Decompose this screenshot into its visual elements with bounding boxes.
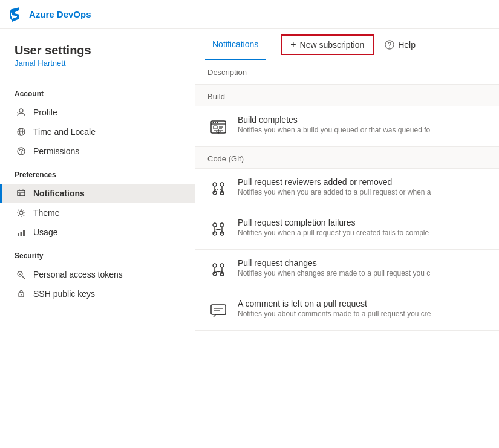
sidebar-item-theme-label: Theme <box>33 208 60 218</box>
tab-bar: Notifications + New subscription Help <box>195 29 499 60</box>
svg-rect-7 <box>18 190 25 196</box>
sidebar-item-ssh-label: SSH public keys <box>33 289 95 299</box>
svg-line-19 <box>24 215 25 216</box>
help-button[interactable]: Help <box>379 36 422 53</box>
sidebar-item-personal-access-tokens[interactable]: Personal access tokens <box>0 265 195 284</box>
build-icon <box>207 116 229 138</box>
svg-point-25 <box>18 271 22 276</box>
svg-point-30 <box>389 47 390 48</box>
help-icon <box>385 40 394 50</box>
notif-item-comment-text: A comment is left on a pull request Noti… <box>238 299 431 318</box>
notif-item-build-completes: Build completes Notifies you when a buil… <box>195 106 499 147</box>
svg-point-44 <box>213 223 217 227</box>
sidebar-item-permissions-label: Permissions <box>33 146 79 156</box>
table-header: Description <box>195 60 499 85</box>
sidebar-item-notifications[interactable]: Notifications <box>0 184 195 203</box>
sidebar-item-pat-label: Personal access tokens <box>33 270 123 279</box>
svg-rect-23 <box>21 232 22 236</box>
svg-line-21 <box>18 215 19 216</box>
sidebar-item-notifications-label: Notifications <box>33 189 85 198</box>
azure-devops-logo <box>10 7 24 22</box>
ssh-icon <box>16 289 27 299</box>
svg-point-49 <box>220 264 224 267</box>
sidebar-header-title: User settings <box>15 44 180 57</box>
svg-point-45 <box>220 223 224 227</box>
notif-item-pr-reviewers: Pull request reviewers added or removed … <box>195 169 499 209</box>
pr-reviewers-icon <box>207 178 229 200</box>
section-build: Build <box>195 85 499 106</box>
svg-point-39 <box>217 122 218 123</box>
notif-item-pr-completion-failures: Pull request completion failures Notifie… <box>195 209 499 250</box>
svg-rect-22 <box>18 233 19 236</box>
notif-item-pr-reviewers-text: Pull request reviewers added or removed … <box>238 177 431 196</box>
globe-icon <box>16 127 27 137</box>
notif-item-pr-failures-text: Pull request completion failures Notifie… <box>238 218 429 237</box>
svg-point-48 <box>213 264 217 267</box>
pr-completion-icon <box>207 219 229 241</box>
svg-point-28 <box>21 294 22 296</box>
sidebar-item-usage[interactable]: Usage <box>0 222 195 242</box>
token-icon <box>16 270 27 279</box>
notif-item-build-completes-text: Build completes Notifies you when a buil… <box>238 115 430 134</box>
notifications-icon <box>16 189 27 198</box>
sidebar-item-time-locale-label: Time and Locale <box>33 127 96 137</box>
notif-item-pr-changes-text: Pull request changes Notifies you when c… <box>238 258 430 278</box>
svg-point-26 <box>19 273 21 275</box>
svg-rect-24 <box>23 230 25 236</box>
sidebar-section-account: Account <box>0 80 195 103</box>
svg-line-20 <box>24 210 25 211</box>
svg-point-37 <box>213 122 214 123</box>
sidebar-item-profile-label: Profile <box>33 108 57 117</box>
sidebar-section-preferences: Preferences <box>0 161 195 184</box>
svg-point-0 <box>19 109 23 112</box>
sidebar-header: User settings Jamal Hartnett <box>0 44 195 80</box>
sidebar-item-theme[interactable]: Theme <box>0 203 195 222</box>
tab-notifications[interactable]: Notifications <box>205 29 266 60</box>
svg-rect-52 <box>211 305 226 314</box>
topbar: Azure DevOps <box>0 0 499 29</box>
svg-rect-33 <box>214 126 217 129</box>
profile-icon <box>16 108 27 117</box>
sidebar-item-ssh-public-keys[interactable]: SSH public keys <box>0 284 195 304</box>
main-content: Notifications + New subscription Help De… <box>195 29 499 448</box>
theme-icon <box>16 208 27 218</box>
plus-icon: + <box>290 39 296 50</box>
sidebar-item-usage-label: Usage <box>33 227 57 237</box>
main-layout: User settings Jamal Hartnett Account Pro… <box>0 29 499 448</box>
svg-point-38 <box>215 122 216 123</box>
sidebar-section-security: Security <box>0 242 195 265</box>
comment-icon <box>207 300 229 322</box>
svg-point-41 <box>220 183 224 186</box>
usage-icon <box>16 227 27 237</box>
permissions-icon <box>16 146 27 156</box>
notif-item-pr-comment: A comment is left on a pull request Noti… <box>195 290 499 331</box>
tab-divider <box>273 37 273 52</box>
svg-point-13 <box>19 211 23 215</box>
sidebar-item-permissions[interactable]: Permissions <box>0 141 195 161</box>
sidebar: User settings Jamal Hartnett Account Pro… <box>0 29 195 448</box>
sidebar-item-time-locale[interactable]: Time and Locale <box>0 122 195 141</box>
svg-line-18 <box>18 210 19 211</box>
sidebar-header-subtitle: Jamal Hartnett <box>15 59 180 68</box>
svg-point-40 <box>213 183 217 186</box>
topbar-title: Azure DevOps <box>29 9 91 19</box>
section-code-git: Code (Git) <box>195 147 499 169</box>
sidebar-item-profile[interactable]: Profile <box>0 103 195 122</box>
pr-changes-icon <box>207 259 229 281</box>
notif-item-pr-changes: Pull request changes Notifies you when c… <box>195 250 499 290</box>
new-subscription-button[interactable]: + New subscription <box>281 34 374 55</box>
